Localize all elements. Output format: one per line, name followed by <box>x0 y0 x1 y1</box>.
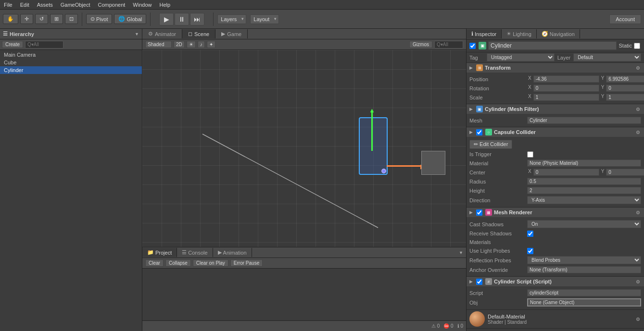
radius-input[interactable] <box>527 178 641 185</box>
position-y-input[interactable] <box>606 75 644 83</box>
anchor-override-input[interactable] <box>527 266 641 273</box>
bottom-toolbar: Clear Collapse Clear on Play Error Pause <box>142 258 466 269</box>
bottom-panel: 📁 Project ☰ Console ▶ Animation ▼ Clear … <box>142 247 466 331</box>
tab-scene[interactable]: ◻ Scene <box>182 29 215 38</box>
menu-edit[interactable]: Edit <box>16 1 33 9</box>
rect-tool-button[interactable]: ⊡ <box>65 14 78 24</box>
tab-navigation[interactable]: 🧭 Navigation <box>537 29 580 38</box>
center-y-input[interactable] <box>606 169 644 176</box>
tag-select[interactable]: Untagged <box>487 53 555 61</box>
play-button[interactable]: ▶ <box>159 13 174 25</box>
hand-tool-button[interactable]: ✋ <box>3 14 18 24</box>
tab-lighting[interactable]: ☀ Lighting <box>502 29 537 38</box>
hierarchy-item-cylinder[interactable]: Cylinder <box>0 66 142 74</box>
transform-settings-button[interactable]: ⚙ <box>635 65 641 71</box>
global-icon: 🌐 <box>118 16 125 22</box>
direction-select[interactable]: Y-Axis <box>527 196 641 204</box>
hierarchy-toolbar: Create <box>0 39 142 50</box>
layer-select[interactable]: Default <box>573 53 641 61</box>
mesh-renderer-settings-button[interactable]: ⚙ <box>635 210 641 215</box>
static-checkbox[interactable] <box>634 43 640 49</box>
edit-collider-row: ✏ Edit Collider <box>469 139 641 150</box>
obj-input[interactable] <box>527 298 641 306</box>
center-x-input[interactable] <box>533 169 599 176</box>
hierarchy-content: Main Camera Cube Cylinder <box>0 50 142 331</box>
clear-on-play-button[interactable]: Clear on Play <box>193 259 228 267</box>
transform-arrow-right <box>387 165 420 167</box>
menu-window[interactable]: Window <box>129 1 155 9</box>
object-active-checkbox[interactable] <box>469 43 476 49</box>
tab-console[interactable]: ☰ Console <box>177 248 213 257</box>
cylinder-script-settings-button[interactable]: ⚙ <box>635 279 641 284</box>
step-button[interactable]: ⏭ <box>190 13 204 25</box>
global-button[interactable]: 🌐 Global <box>114 14 146 24</box>
mesh-renderer-checkbox[interactable] <box>476 209 482 216</box>
clear-button[interactable]: Clear <box>145 259 164 267</box>
tab-game[interactable]: ▶ Game <box>215 29 248 38</box>
menu-gameobject[interactable]: GameObject <box>57 1 94 9</box>
lighting-toggle[interactable]: ☀ <box>187 41 196 48</box>
object-header: ▣ Static <box>467 39 644 52</box>
scale-x-input[interactable] <box>533 94 599 101</box>
transform-header[interactable]: ▶ ⊞ Transform ⚙ <box>467 63 644 73</box>
receive-shadows-checkbox[interactable] <box>527 231 533 237</box>
tab-inspector[interactable]: ℹ Inspector <box>467 29 502 38</box>
mesh-renderer-header[interactable]: ▶ ▦ Mesh Renderer ⚙ <box>467 208 644 217</box>
collapse-button[interactable]: Collapse <box>165 259 191 267</box>
tab-animation[interactable]: ▶ Animation <box>213 248 252 257</box>
fx-toggle[interactable]: ✦ <box>207 41 215 48</box>
mesh-filter-header[interactable]: ▶ ▣ Cylinder (Mesh Filter) ⚙ <box>467 104 644 114</box>
audio-toggle[interactable]: ♪ <box>198 41 205 48</box>
position-x-input[interactable] <box>533 75 599 83</box>
mesh-filter-settings-button[interactable]: ⚙ <box>635 107 641 112</box>
scale-tool-button[interactable]: ⊞ <box>50 14 63 24</box>
account-button[interactable]: Account <box>609 14 641 24</box>
layout-dropdown[interactable]: Layout <box>250 14 279 24</box>
cast-shadows-select[interactable]: On <box>527 220 641 228</box>
is-trigger-checkbox[interactable] <box>527 151 533 158</box>
hierarchy-item-cube[interactable]: Cube <box>0 59 142 66</box>
scene-search-input[interactable] <box>434 41 463 49</box>
rotation-y-input[interactable] <box>606 85 644 92</box>
tab-project[interactable]: 📁 Project <box>142 248 177 257</box>
move-tool-button[interactable]: ✛ <box>20 14 33 24</box>
layers-dropdown[interactable]: Layers <box>217 14 246 24</box>
scale-y-input[interactable] <box>606 94 644 101</box>
reflection-probes-select[interactable]: Blend Probes <box>527 256 641 264</box>
pause-button[interactable]: ⏸ <box>175 13 189 25</box>
game-label: Game <box>227 31 241 37</box>
menu-assets[interactable]: Assets <box>33 1 57 9</box>
mesh-renderer-section: ▶ ▦ Mesh Renderer ⚙ Cast Shadows On <box>467 208 644 277</box>
rot-x-label: X <box>527 85 532 92</box>
material-input-col[interactable] <box>527 159 641 167</box>
cylinder-script-checkbox[interactable] <box>476 279 482 285</box>
material-settings-button[interactable]: ⚙ <box>635 317 641 322</box>
tab-animator[interactable]: ⚙ Animator <box>142 29 182 38</box>
shading-mode-dropdown[interactable]: Shaded <box>145 41 172 48</box>
script-input[interactable] <box>527 289 641 296</box>
scene-view[interactable] <box>142 50 466 247</box>
cylinder-script-header[interactable]: ▶ # Cylinder Script (Script) ⚙ <box>467 277 644 286</box>
capsule-collider-settings-button[interactable]: ⚙ <box>635 130 641 135</box>
hierarchy-search-input[interactable] <box>25 41 63 49</box>
use-light-probes-checkbox[interactable] <box>527 248 533 254</box>
rotation-x-input[interactable] <box>533 85 599 92</box>
rotate-tool-button[interactable]: ↺ <box>35 14 48 24</box>
height-input[interactable] <box>527 187 641 194</box>
mesh-input[interactable] <box>527 117 641 124</box>
error-pause-button[interactable]: Error Pause <box>230 259 263 267</box>
pivot-button[interactable]: ⊙ Pivot <box>86 14 112 24</box>
menu-file[interactable]: File <box>0 1 16 9</box>
menu-component[interactable]: Component <box>94 1 129 9</box>
gizmos-button[interactable]: Gizmos <box>409 41 432 48</box>
center-y-label: Y <box>600 169 606 176</box>
capsule-collider-header[interactable]: ▶ ○ Capsule Collider ⚙ <box>467 127 644 137</box>
2d-button[interactable]: 2D <box>174 41 185 48</box>
edit-collider-button[interactable]: ✏ Edit Collider <box>469 140 512 149</box>
capsule-collider-checkbox[interactable] <box>476 129 482 135</box>
hierarchy-create-button[interactable]: Create <box>2 41 23 48</box>
object-name-input[interactable] <box>488 41 617 50</box>
hierarchy-item-main-camera[interactable]: Main Camera <box>0 51 142 59</box>
hierarchy-panel: ☰ Hierarchy ▼ Create Main Camera Cube Cy… <box>0 29 142 331</box>
menu-help[interactable]: Help <box>155 1 174 9</box>
